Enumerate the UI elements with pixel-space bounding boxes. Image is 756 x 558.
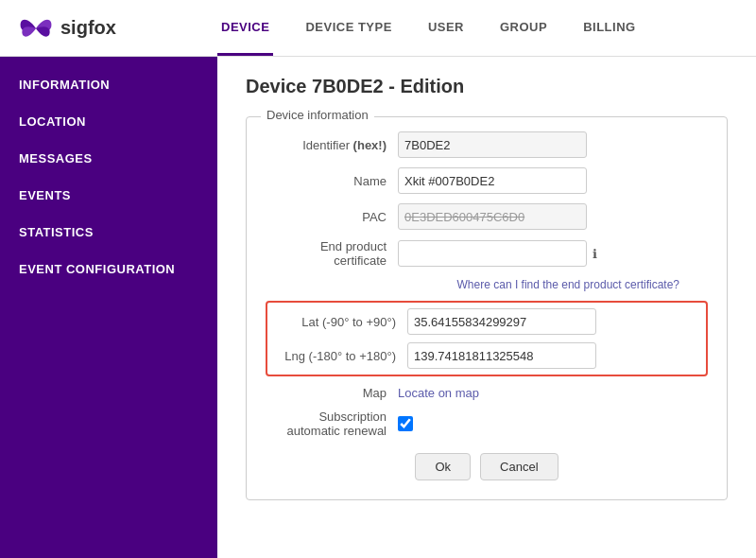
fieldset-legend: Device information [261,108,374,122]
sidebar-item-messages[interactable]: MESSAGES [0,140,217,177]
subscription-row: Subscriptionautomatic renewal [266,410,708,438]
main-nav: DEVICE DEVICE TYPE USER GROUP BILLING [217,0,640,56]
name-row: Name [266,167,708,194]
sidebar-item-information[interactable]: INFORMATION [0,66,217,103]
lng-label: Lng (-180° to +180°) [275,349,407,363]
end-product-label: End productcertificate [266,239,398,268]
map-link[interactable]: Locate on map [398,386,479,400]
logo-text: sigfox [60,17,116,39]
logo-icon [19,11,53,45]
button-row: Ok Cancel [266,453,708,480]
nav-device-type[interactable]: DEVICE TYPE [301,0,395,56]
logo-area: sigfox [0,11,217,45]
nav-group[interactable]: GROUP [496,0,551,56]
cancel-button[interactable]: Cancel [480,453,558,480]
main-layout: INFORMATION LOCATION MESSAGES EVENTS STA… [0,57,756,558]
sidebar-item-location[interactable]: LOCATION [0,103,217,140]
page-title: Device 7B0DE2 - Edition [246,76,728,97]
cert-link-row: Where can I find the end product certifi… [266,277,708,291]
end-product-row: End productcertificate ℹ [266,239,708,268]
subscription-label: Subscriptionautomatic renewal [266,410,398,438]
identifier-label: Identifier (hex!) [266,138,398,152]
sidebar-item-events[interactable]: EVENTS [0,177,217,214]
nav-device[interactable]: DEVICE [217,0,273,56]
identifier-input[interactable] [398,131,587,158]
pac-label: PAC [266,210,398,224]
map-label: Map [266,386,398,400]
nav-billing[interactable]: BILLING [579,0,640,56]
pac-input[interactable] [398,203,587,230]
lng-input[interactable] [407,342,596,369]
name-label: Name [266,174,398,188]
sidebar: INFORMATION LOCATION MESSAGES EVENTS STA… [0,57,217,558]
identifier-suffix: (hex!) [353,138,387,152]
lng-row: Lng (-180° to +180°) [275,342,698,369]
subscription-checkbox[interactable] [398,416,413,431]
name-input[interactable] [398,167,587,194]
ok-button[interactable]: Ok [415,453,471,480]
content-area: Device 7B0DE2 - Edition Device informati… [217,57,756,558]
lat-lng-box: Lat (-90° to +90°) Lng (-180° to +180°) [266,301,708,376]
sidebar-item-event-configuration[interactable]: EVENT CONFIGURATION [0,251,217,288]
info-icon[interactable]: ℹ [593,247,597,261]
top-nav: sigfox DEVICE DEVICE TYPE USER GROUP BIL… [0,0,756,57]
cert-link[interactable]: Where can I find the end product certifi… [457,278,679,291]
device-info-fieldset: Device information Identifier (hex!) Nam… [246,116,728,500]
sidebar-item-statistics[interactable]: STATISTICS [0,214,217,251]
identifier-row: Identifier (hex!) [266,131,708,158]
nav-user[interactable]: USER [424,0,468,56]
map-row: Map Locate on map [266,386,708,400]
pac-row: PAC [266,203,708,230]
lat-label: Lat (-90° to +90°) [275,315,407,329]
lat-input[interactable] [407,308,596,335]
lat-row: Lat (-90° to +90°) [275,308,698,335]
end-product-input[interactable] [398,240,587,267]
